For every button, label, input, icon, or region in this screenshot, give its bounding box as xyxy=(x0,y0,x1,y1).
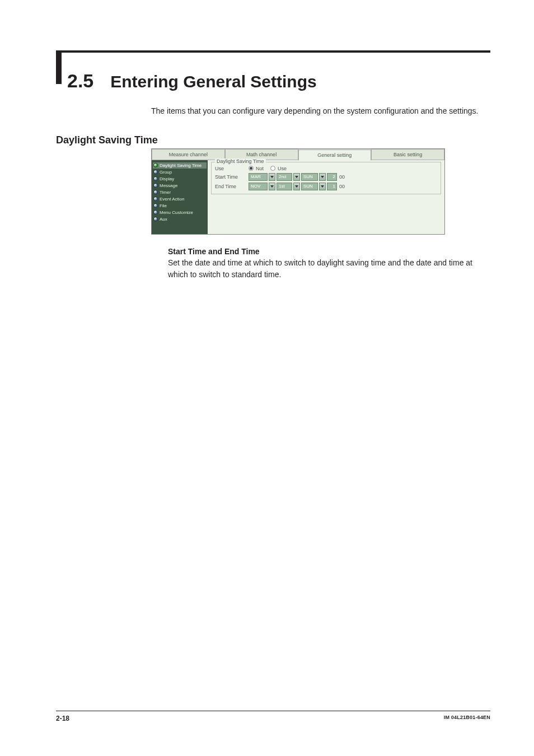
bullet-icon xyxy=(153,163,158,167)
bullet-icon xyxy=(153,210,158,214)
tab-bar: Measure channel Math channel General set… xyxy=(152,149,444,160)
sidebar: Daylight Saving Time Group Display Messa… xyxy=(152,160,208,234)
fieldset-legend: Daylight Saving Time xyxy=(215,158,266,164)
tab-label: Basic setting xyxy=(394,152,422,157)
tab-label: Math channel xyxy=(246,152,277,157)
radio-use[interactable] xyxy=(270,166,275,171)
tab-general-setting[interactable]: General setting xyxy=(298,150,372,161)
radio-use-label: Use xyxy=(278,166,287,171)
sidebar-item-menu-customize[interactable]: Menu Customize xyxy=(153,209,207,216)
section-title: Entering General Settings xyxy=(110,72,316,91)
dropdown-button[interactable] xyxy=(269,173,275,181)
sidebar-item-daylight-saving-time[interactable]: Daylight Saving Time xyxy=(153,162,207,169)
select-value: 2 xyxy=(333,174,335,179)
sidebar-item-label: Timer xyxy=(160,190,171,195)
sidebar-item-message[interactable]: Message xyxy=(153,183,207,189)
sidebar-item-label: Group xyxy=(160,170,172,175)
bullet-icon xyxy=(153,176,158,181)
select-value: 1 xyxy=(333,184,335,189)
sidebar-item-group[interactable]: Group xyxy=(153,169,207,175)
start-week-select[interactable]: 2nd xyxy=(277,173,292,181)
end-hour-select[interactable]: 1 xyxy=(327,183,337,190)
dropdown-button[interactable] xyxy=(319,173,326,181)
tab-basic-setting[interactable]: Basic setting xyxy=(371,149,444,160)
title-rule xyxy=(56,50,490,53)
select-value: 2nd xyxy=(279,174,286,179)
select-value: SUN xyxy=(303,174,313,179)
subsection-heading: Daylight Saving Time xyxy=(56,134,490,146)
use-label: Use xyxy=(215,166,249,171)
sidebar-item-label: Message xyxy=(160,183,177,188)
dropdown-button[interactable] xyxy=(319,183,326,190)
sidebar-item-label: Display xyxy=(160,176,174,181)
end-month-select[interactable]: NOV xyxy=(249,183,268,190)
paragraph-heading: Start Time and End Time xyxy=(168,247,490,256)
document-id: IM 04L21B01-64EN xyxy=(444,715,490,722)
daylight-saving-time-fieldset: Daylight Saving Time Use Not Use Start T… xyxy=(211,162,441,194)
section-number: 2.5 xyxy=(67,70,93,92)
end-min-text: 00 xyxy=(339,184,345,189)
end-day-select[interactable]: SUN xyxy=(301,183,318,190)
use-radio-group: Not Use xyxy=(249,166,437,171)
title-marker xyxy=(56,53,62,84)
select-value: 1st xyxy=(279,184,285,189)
start-time-row: MAR 2nd SUN 2 00 xyxy=(249,173,437,181)
sidebar-item-event-action[interactable]: Event Action xyxy=(153,196,207,202)
select-value: NOV xyxy=(251,184,260,189)
sidebar-item-timer[interactable]: Timer xyxy=(153,189,207,195)
section-heading-row: 2.5 Entering General Settings xyxy=(56,56,490,92)
bullet-icon xyxy=(153,203,158,208)
select-value: SUN xyxy=(303,184,313,189)
end-time-row: NOV 1st SUN 1 00 xyxy=(249,183,437,190)
intro-paragraph: The items that you can configure vary de… xyxy=(151,105,481,118)
sidebar-item-label: Aux xyxy=(160,217,167,222)
sidebar-item-file[interactable]: File xyxy=(153,203,207,209)
sidebar-item-label: Event Action xyxy=(160,197,184,202)
content-pane: Daylight Saving Time Use Not Use Start T… xyxy=(208,160,444,234)
bullet-icon xyxy=(153,190,158,194)
end-time-label: End Time xyxy=(215,184,249,189)
end-week-select[interactable]: 1st xyxy=(277,183,292,190)
start-time-label: Start Time xyxy=(215,174,249,180)
tab-measure-channel[interactable]: Measure channel xyxy=(152,149,225,160)
sidebar-item-label: Menu Customize xyxy=(160,210,193,215)
sidebar-item-aux[interactable]: Aux xyxy=(153,216,207,222)
page-footer: 2-18 IM 04L21B01-64EN xyxy=(56,711,490,722)
start-day-select[interactable]: SUN xyxy=(301,173,318,181)
tab-label: Measure channel xyxy=(169,152,208,157)
bullet-icon xyxy=(153,183,158,188)
select-value: MAR xyxy=(251,174,261,179)
radio-not-label: Not xyxy=(256,166,264,171)
page-number: 2-18 xyxy=(56,715,69,722)
bullet-icon xyxy=(153,197,158,201)
bullet-icon xyxy=(153,217,158,221)
dropdown-button[interactable] xyxy=(293,183,300,190)
radio-not[interactable] xyxy=(249,166,254,171)
start-hour-select[interactable]: 2 xyxy=(327,173,337,181)
sidebar-item-display[interactable]: Display xyxy=(153,176,207,182)
start-min-text: 00 xyxy=(339,174,345,180)
dropdown-button[interactable] xyxy=(293,173,300,181)
settings-screenshot: Measure channel Math channel General set… xyxy=(151,148,445,235)
bullet-icon xyxy=(153,170,158,174)
tab-label: General setting xyxy=(317,152,352,158)
sidebar-item-label: Daylight Saving Time xyxy=(160,163,202,168)
start-month-select[interactable]: MAR xyxy=(249,173,268,181)
sidebar-item-label: File xyxy=(160,203,167,208)
paragraph-body: Set the date and time at which to switch… xyxy=(168,257,487,281)
dropdown-button[interactable] xyxy=(269,183,275,190)
